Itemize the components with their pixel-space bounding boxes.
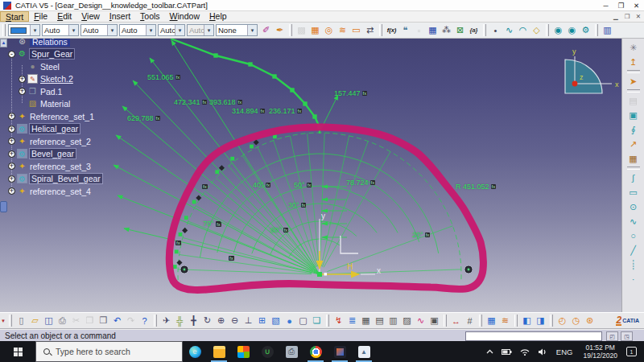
iso-view-icon[interactable]: ▧ xyxy=(269,315,283,327)
print-icon[interactable]: ⎙ xyxy=(56,315,69,327)
dimension-label[interactable]: 50°fx xyxy=(294,181,312,189)
gear-check2-icon[interactable]: ◉ xyxy=(565,24,579,37)
expand-icon[interactable]: + xyxy=(8,125,15,133)
file-explorer-icon[interactable] xyxy=(207,341,231,362)
doc-close-button[interactable]: ✕ xyxy=(633,13,644,20)
dimension-label[interactable]: R 451.052fx xyxy=(456,183,496,191)
minimize-button[interactable]: ─ xyxy=(598,2,613,10)
dimension-label[interactable]: 314.894fx xyxy=(232,107,265,115)
tree-scrollbar-thumb[interactable] xyxy=(0,201,7,212)
tree-item-helical_gear[interactable]: +⚙Helical_gear xyxy=(8,123,80,135)
swap-visible-space-icon[interactable]: ⇄ xyxy=(363,24,377,37)
dimension-label[interactable]: 78.724fx xyxy=(346,179,375,187)
measure-item-icon[interactable]: # xyxy=(463,315,477,327)
knowledge-expert1-icon[interactable]: ◴ xyxy=(555,315,569,327)
painter-icon[interactable]: ✐ xyxy=(259,24,273,37)
rectangle-icon[interactable]: ▭ xyxy=(625,185,642,200)
plane-icon[interactable]: ◇ xyxy=(530,24,543,37)
gears-icon[interactable]: ⚙ xyxy=(579,24,592,37)
undo-icon[interactable]: ↶ xyxy=(110,315,124,327)
constraint-icon[interactable]: ↗ xyxy=(625,137,642,151)
graphic-combo-1[interactable]: Auto▾ xyxy=(80,24,118,36)
dimension-label[interactable]: 157.447fx xyxy=(334,89,367,97)
tree-scroll-up-button[interactable]: ▲ xyxy=(0,39,7,47)
quick-view-icon[interactable]: ▢ xyxy=(296,315,310,327)
collapse-icon[interactable]: - xyxy=(8,51,15,58)
visualization3d-icon[interactable]: ▤ xyxy=(625,93,642,108)
language-indicator[interactable]: ENG xyxy=(556,348,573,356)
menu-start[interactable]: Start xyxy=(0,11,29,22)
menu-help[interactable]: Help xyxy=(204,11,232,22)
status-button-1[interactable]: ◰ xyxy=(606,331,618,341)
wifi-icon[interactable] xyxy=(520,348,530,356)
eyedropper-icon[interactable]: ✒ xyxy=(273,24,287,37)
expand-icon[interactable]: + xyxy=(8,138,15,145)
fly-mode-icon[interactable]: ✈ xyxy=(159,315,173,327)
toolbar-overflow-icon[interactable]: ▼ xyxy=(0,319,6,323)
dimension-label[interactable]: 20°fx xyxy=(412,231,430,239)
work-grid-icon[interactable]: ▦ xyxy=(485,315,498,327)
tree-item-reference_set_1[interactable]: +✦Reference_set_1 xyxy=(8,110,94,122)
design-table1-icon[interactable]: ▦ xyxy=(359,315,373,327)
machining-icon[interactable]: ◨ xyxy=(534,315,547,327)
paste-icon[interactable]: ❒ xyxy=(97,315,110,327)
action-center-icon[interactable]: 1 xyxy=(626,347,637,356)
help-icon[interactable]: ? xyxy=(138,315,151,327)
multi-view-icon[interactable]: ⊞ xyxy=(255,315,269,327)
low-intensity-icon[interactable]: ▭ xyxy=(349,24,363,37)
dimension-label[interactable]: 472.341fx xyxy=(174,98,207,106)
edge-icon[interactable]: e xyxy=(183,341,207,362)
dimension-label[interactable]: 30°fx xyxy=(288,201,306,209)
render-style-icon[interactable]: ● xyxy=(283,315,296,327)
graphic-combo-5[interactable]: None▾ xyxy=(216,24,258,36)
knowledge-expert2-icon[interactable]: ◷ xyxy=(569,315,583,327)
open-icon[interactable]: ▱ xyxy=(28,315,42,327)
knowledge-inspector-icon[interactable]: ▫ xyxy=(412,24,426,37)
design-table-icon[interactable]: ▦ xyxy=(426,24,440,37)
graphic-combo-2[interactable]: Auto▾ xyxy=(119,24,156,36)
tree-item-steel[interactable]: ●Steel xyxy=(19,60,60,72)
expand-icon[interactable]: + xyxy=(8,175,15,183)
curve-icon[interactable]: ∿ xyxy=(502,24,516,37)
volume-icon[interactable] xyxy=(538,348,547,356)
design-table2-icon[interactable]: ▤ xyxy=(373,315,386,327)
dimension-label[interactable]: 393.618fx xyxy=(209,98,242,106)
taskbar-clock[interactable]: 01:52 PM 19/12/2020 xyxy=(583,343,617,360)
fit-all-icon[interactable]: ╬ xyxy=(173,315,187,327)
copy-icon[interactable]: ❐ xyxy=(83,315,97,327)
dimension-label[interactable]: 551.065fx xyxy=(147,73,180,81)
tree-item-material[interactable]: ▨Material xyxy=(19,98,70,110)
curve-wave-icon[interactable]: ∿ xyxy=(414,315,427,327)
dimension-label[interactable]: 236.171fx xyxy=(269,107,302,115)
redo-icon[interactable]: ↷ xyxy=(124,315,138,327)
prismatic-machining-icon[interactable]: ◧ xyxy=(520,315,534,327)
design-table3-icon[interactable]: ▥ xyxy=(386,315,400,327)
dimension-label[interactable]: 60°fx xyxy=(270,226,288,234)
tree-item-reference_set_2[interactable]: +✦reference_set_2 xyxy=(8,135,91,147)
sketch-analysis-icon[interactable]: ▦ xyxy=(625,151,642,166)
gear-check1-icon[interactable]: ◉ xyxy=(551,24,565,37)
tree-item-relations[interactable]: ⊛Relations xyxy=(8,39,70,47)
comment-icon[interactable]: ❝ xyxy=(398,24,412,37)
select-icon[interactable]: ➤ xyxy=(625,74,642,88)
chrome-icon[interactable] xyxy=(303,341,328,362)
datum-icon[interactable]: ▥ xyxy=(601,24,614,37)
taskbar-search[interactable]: Type here to search xyxy=(35,341,183,362)
new-icon[interactable]: ▯ xyxy=(14,315,28,327)
profile-icon[interactable]: ∫ xyxy=(625,171,642,185)
expand-icon[interactable]: + xyxy=(19,76,26,83)
exit-workbench-icon[interactable]: ↥ xyxy=(625,55,642,69)
snap-to-point-icon[interactable]: ◎ xyxy=(322,24,336,37)
visualization-diagnostic-icon[interactable]: ≋ xyxy=(336,24,349,37)
dimension-label[interactable]: 40°fx xyxy=(253,181,270,189)
doc-restore-button[interactable]: ❐ xyxy=(621,13,633,20)
update-icon[interactable]: ↯ xyxy=(332,315,345,327)
expand-icon[interactable]: + xyxy=(8,113,15,120)
line-icon[interactable]: ╱ xyxy=(625,243,642,257)
pan-icon[interactable]: ╋ xyxy=(187,315,200,327)
close-button[interactable]: ✕ xyxy=(629,2,644,10)
menu-window[interactable]: Window xyxy=(165,11,204,22)
menu-file[interactable]: File xyxy=(29,11,52,22)
sketch-point-icon[interactable]: · xyxy=(625,272,642,286)
power-input-field[interactable] xyxy=(465,331,602,341)
